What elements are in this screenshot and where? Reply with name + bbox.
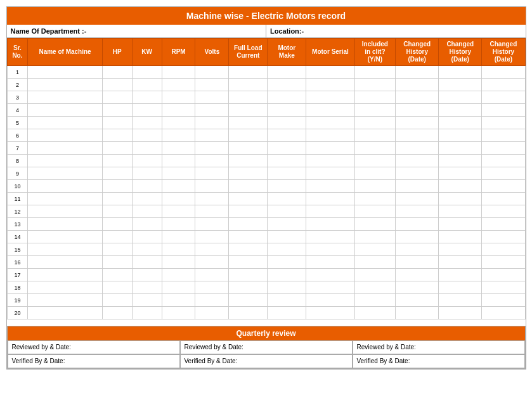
cell-rpm-14	[162, 231, 195, 243]
cell-serial-3	[306, 91, 354, 104]
cell-serial-11	[306, 193, 354, 205]
cell-flc-3	[229, 91, 268, 104]
cell-serial-7	[306, 142, 354, 155]
cell-flc-4	[229, 104, 268, 117]
cell-ch3-7	[482, 142, 525, 155]
location-label: Location:-	[266, 25, 526, 37]
table-row: 9	[7, 167, 525, 180]
info-row: Name Of Department :- Location:-	[7, 25, 526, 38]
cell-incl-14	[354, 231, 396, 243]
cell-name-4	[28, 104, 102, 117]
cell-ch3-10	[482, 180, 525, 193]
cell-make-18	[268, 281, 306, 294]
cell-make-19	[268, 294, 306, 307]
cell-make-17	[268, 269, 306, 281]
review-cell-3: Verified By & Date:	[8, 354, 180, 368]
cell-make-8	[268, 155, 306, 167]
cell-name-19	[28, 294, 102, 307]
cell-ch2-5	[439, 117, 482, 129]
cell-name-15	[28, 243, 102, 256]
review-cell-1: Reviewed by & Date:	[180, 340, 353, 354]
cell-flc-17	[229, 269, 268, 281]
cell-rpm-9	[162, 167, 195, 180]
cell-incl-2	[354, 79, 396, 91]
cell-sr-10: 10	[7, 180, 28, 193]
cell-incl-1	[354, 66, 396, 79]
cell-sr-7: 7	[7, 142, 28, 155]
col-header-ch2: ChangedHistory(Date)	[439, 39, 482, 66]
cell-ch3-18	[482, 281, 525, 294]
cell-sr-3: 3	[7, 91, 28, 104]
table-row: 17	[7, 269, 525, 281]
table-row: 16	[7, 256, 525, 269]
cell-serial-10	[306, 180, 354, 193]
cell-ch3-3	[482, 91, 525, 104]
table-row: 6	[7, 129, 525, 142]
col-header-ch3: ChangedHistory(Date)	[482, 39, 525, 66]
cell-rpm-19	[162, 294, 195, 307]
cell-name-12	[28, 205, 102, 218]
cell-kw-1	[132, 66, 162, 79]
cell-incl-8	[354, 155, 396, 167]
cell-ch3-6	[482, 129, 525, 142]
cell-make-16	[268, 256, 306, 269]
table-row: 20	[7, 307, 525, 319]
col-header-flc: Full LoadCurrent	[229, 39, 268, 66]
cell-make-11	[268, 193, 306, 205]
cell-ch2-6	[439, 129, 482, 142]
cell-name-10	[28, 180, 102, 193]
cell-incl-5	[354, 117, 396, 129]
cell-kw-5	[132, 117, 162, 129]
cell-make-12	[268, 205, 306, 218]
cell-flc-7	[229, 142, 268, 155]
cell-make-6	[268, 129, 306, 142]
cell-incl-7	[354, 142, 396, 155]
cell-kw-7	[132, 142, 162, 155]
cell-make-20	[268, 307, 306, 319]
cell-name-5	[28, 117, 102, 129]
cell-hp-5	[102, 117, 132, 129]
cell-incl-17	[354, 269, 396, 281]
cell-rpm-2	[162, 79, 195, 91]
col-header-rpm: RPM	[162, 39, 195, 66]
cell-sr-18: 18	[7, 281, 28, 294]
cell-rpm-6	[162, 129, 195, 142]
cell-serial-20	[306, 307, 354, 319]
table-row: 5	[7, 117, 525, 129]
cell-kw-17	[132, 269, 162, 281]
cell-sr-5: 5	[7, 117, 28, 129]
cell-volts-9	[195, 167, 229, 180]
cell-sr-17: 17	[7, 269, 28, 281]
cell-rpm-10	[162, 180, 195, 193]
cell-make-7	[268, 142, 306, 155]
col-header-name: Name of Machine	[28, 39, 102, 66]
cell-incl-4	[354, 104, 396, 117]
table-row: 3	[7, 91, 525, 104]
cell-hp-2	[102, 79, 132, 91]
cell-hp-19	[102, 294, 132, 307]
cell-ch3-17	[482, 269, 525, 281]
cell-flc-20	[229, 307, 268, 319]
cell-name-20	[28, 307, 102, 319]
cell-ch2-13	[439, 218, 482, 231]
cell-ch2-4	[439, 104, 482, 117]
cell-serial-17	[306, 269, 354, 281]
cell-incl-19	[354, 294, 396, 307]
cell-ch3-11	[482, 193, 525, 205]
cell-volts-13	[195, 218, 229, 231]
cell-ch2-1	[439, 66, 482, 79]
cell-ch1-20	[396, 307, 439, 319]
cell-volts-18	[195, 281, 229, 294]
cell-hp-17	[102, 269, 132, 281]
col-header-serial: Motor Serial	[306, 39, 354, 66]
cell-serial-9	[306, 167, 354, 180]
cell-incl-6	[354, 129, 396, 142]
cell-name-1	[28, 66, 102, 79]
cell-serial-16	[306, 256, 354, 269]
cell-volts-14	[195, 231, 229, 243]
cell-ch1-14	[396, 231, 439, 243]
cell-ch3-15	[482, 243, 525, 256]
cell-sr-11: 11	[7, 193, 28, 205]
cell-name-7	[28, 142, 102, 155]
table-wrapper: Sr.No. Name of Machine HP KW RPM Volts F…	[7, 38, 526, 319]
